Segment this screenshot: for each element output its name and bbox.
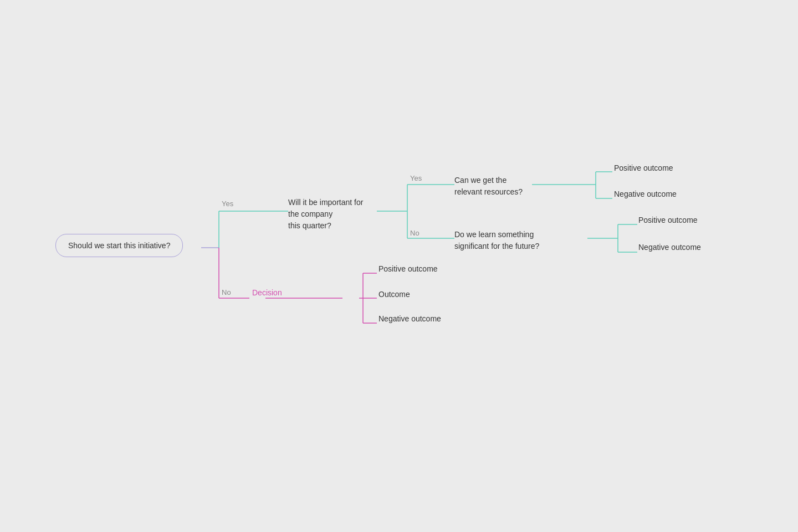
outcome-no-out: Outcome — [378, 290, 410, 299]
yes2-branch-label: Yes — [410, 174, 422, 182]
root-node: Should we start this initiative? — [55, 234, 183, 257]
no2-branch-label: No — [410, 229, 420, 237]
outcome-can-yes-neg: Negative outcome — [614, 190, 677, 198]
outcome-do-we-pos: Positive outcome — [638, 216, 698, 224]
outcome-no-neg: Negative outcome — [378, 314, 441, 323]
yes-branch-label: Yes — [222, 200, 233, 208]
do-we-node: Do we learn something significant for th… — [454, 229, 539, 252]
will-it-node: Will it be important for the company thi… — [288, 197, 363, 232]
outcome-no-pos: Positive outcome — [378, 264, 438, 273]
decision-node: Decision — [252, 288, 282, 297]
outcome-can-yes-pos: Positive outcome — [614, 163, 673, 172]
no-branch-label: No — [222, 288, 231, 296]
can-we-node: Can we get the relevant resources? — [454, 175, 523, 198]
outcome-do-we-neg: Negative outcome — [638, 243, 701, 252]
